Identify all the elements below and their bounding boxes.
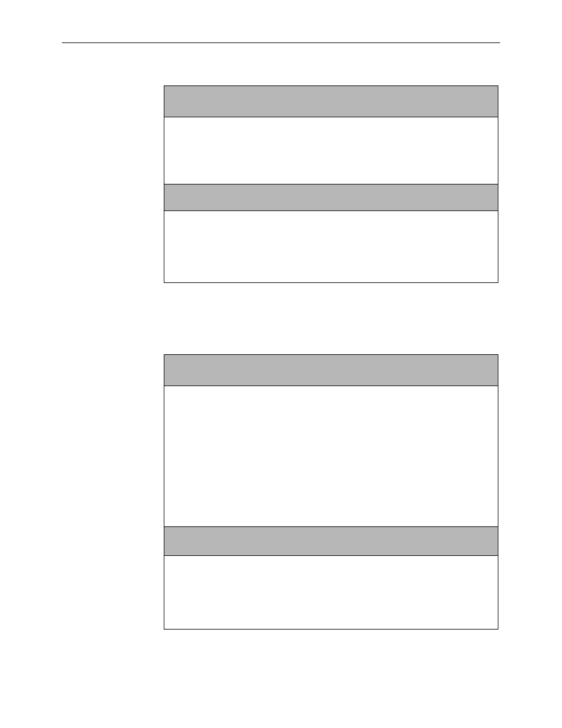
horizontal-rule	[62, 42, 500, 43]
box2-subheader	[164, 526, 498, 555]
box1-section-2	[164, 210, 498, 282]
box2-section-1	[164, 386, 498, 526]
content-box-1	[164, 85, 498, 283]
box1-header	[164, 86, 498, 117]
box1-subheader	[164, 184, 498, 210]
box2-header	[164, 355, 498, 386]
box2-section-2	[164, 555, 498, 628]
box1-section-1	[164, 117, 498, 184]
content-box-2	[164, 354, 498, 630]
